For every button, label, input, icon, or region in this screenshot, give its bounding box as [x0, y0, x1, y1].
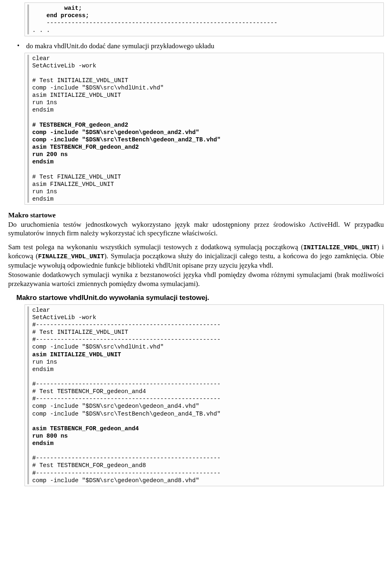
- code-line: asim INITIALIZE_VHDL_UNIT: [32, 92, 121, 98]
- section-heading: Makro startowe: [8, 211, 384, 219]
- document-page: wait; end process; ---------------------…: [0, 2, 392, 500]
- code-line: comp -include "$DSN\src\TestBench\gedeon…: [32, 411, 220, 417]
- code-line: #---------------------------------------…: [32, 455, 220, 461]
- keyword-initialize: INITIALIZE_VHDL_UNIT: [303, 244, 377, 251]
- code-line: run 800 ns: [32, 433, 68, 439]
- code-line: comp -include "$DSN\src\gedeon\gedeon_an…: [32, 403, 199, 409]
- text-span: Sam test polega na wykonaniu wszystkich …: [8, 243, 303, 251]
- bullet-icon: •: [17, 42, 26, 49]
- code-line: ----------------------------------------…: [32, 20, 277, 26]
- code-line: endsim: [32, 366, 53, 373]
- code-line: comp -include "$DSN\src\TestBench\gedeon…: [32, 136, 220, 143]
- code-line: run 200 ns: [32, 151, 68, 158]
- code-line: # Test TESTBENCH_FOR_gedeon_and8: [32, 462, 146, 469]
- code-line: end process;: [32, 12, 89, 19]
- code-line: run 1ns: [32, 99, 57, 106]
- code-line: comp -include "$DSN\src\gedeon\gedeon_an…: [32, 477, 199, 484]
- sub-heading: Makro startowe vhdlUnit.do wywołania sym…: [16, 294, 384, 302]
- code-line: # Test INITIALIZE_VHDL_UNIT: [32, 77, 128, 84]
- code-line: comp -include "$DSN\src\vhdlUnit.vhd": [32, 85, 164, 91]
- code-line: wait;: [32, 5, 82, 11]
- code-line: #---------------------------------------…: [32, 396, 220, 402]
- code-line: clear: [32, 55, 50, 62]
- code-line: run 1ns: [32, 188, 57, 195]
- code-line: endsim: [32, 440, 53, 447]
- code-line: run 1ns: [32, 359, 57, 365]
- keyword-finalize: FINALIZE_VHDL_UNIT: [38, 253, 104, 260]
- bullet-item: • do makra vhdlUnit.do dodać dane symula…: [17, 42, 384, 50]
- code-line: # Test FINALIZE_VHDL_UNIT: [32, 174, 121, 180]
- code-block-macro-start: clear SetActiveLib -work #--------------…: [24, 304, 384, 486]
- code-line: #---------------------------------------…: [32, 381, 220, 387]
- code-line: #---------------------------------------…: [32, 322, 220, 328]
- code-line: comp -include "$DSN\src\vhdlUnit.vhd": [32, 344, 164, 350]
- paragraph: Sam test polega na wykonaniu wszystkich …: [8, 243, 384, 270]
- code-pre: clear SetActiveLib -work #--------------…: [27, 306, 381, 484]
- code-line: SetActiveLib -work: [32, 63, 96, 69]
- code-line: # TESTBENCH_FOR_gedeon_and2: [32, 122, 128, 128]
- code-line: asim TESTBENCH_FOR_gedeon_and2: [32, 144, 139, 150]
- code-block-macro-example: clear SetActiveLib -work # Test INITIALI…: [24, 53, 384, 205]
- code-block-snippet-end: wait; end process; ---------------------…: [24, 2, 384, 36]
- code-line: # Test INITIALIZE_VHDL_UNIT: [32, 329, 128, 335]
- code-pre: wait; end process; ---------------------…: [27, 4, 381, 34]
- code-line: . . .: [32, 27, 50, 34]
- code-line: endsim: [32, 107, 53, 113]
- paragraph: Stosowanie dodatkowych symulacji wynika …: [8, 270, 384, 288]
- code-line: endsim: [32, 159, 53, 165]
- code-line: asim TESTBENCH_FOR_gedeon_and4: [32, 425, 139, 432]
- bullet-text: do makra vhdlUnit.do dodać dane symulacj…: [26, 42, 214, 50]
- code-line: clear: [32, 307, 50, 313]
- paragraph: Do uruchomienia testów jednostkowych wyk…: [8, 220, 384, 238]
- code-pre: clear SetActiveLib -work # Test INITIALI…: [27, 55, 381, 203]
- code-line: asim FINALIZE_VHDL_UNIT: [32, 181, 114, 188]
- code-line: SetActiveLib -work: [32, 314, 96, 321]
- code-line: #---------------------------------------…: [32, 336, 220, 343]
- code-line: asim INITIALIZE_VHDL_UNIT: [32, 351, 121, 358]
- code-line: comp -include "$DSN\src\gedeon\gedeon_an…: [32, 129, 199, 136]
- code-line: #---------------------------------------…: [32, 470, 220, 476]
- code-line: endsim: [32, 196, 53, 202]
- code-line: # Test TESTBENCH_FOR_gedeon_and4: [32, 388, 146, 395]
